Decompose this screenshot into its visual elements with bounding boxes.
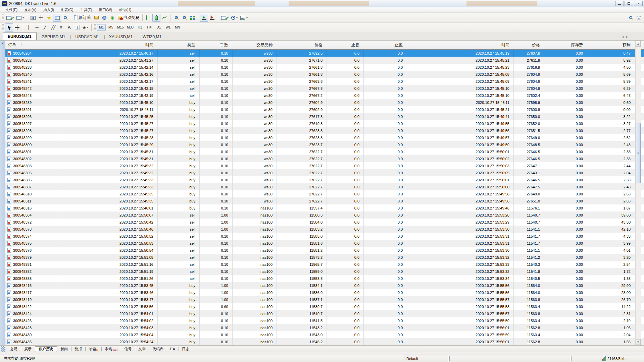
menu-item[interactable]: 文件(F) (2, 7, 21, 12)
chart-tab[interactable]: WTIZ0,M1 (138, 33, 166, 40)
new-chart-button[interactable]: +▾ (5, 14, 15, 22)
table-row[interactable]: 3005484162020.10.27 15:53:45buy1.00nas10… (0, 282, 644, 289)
table-row[interactable]: 3005483792020.10.27 15:51:08sell0.10nas1… (0, 254, 644, 261)
table-row[interactable]: 3005484242020.10.27 15:54:01buy0.10nas10… (0, 310, 644, 317)
timeframe-button-m1[interactable]: M1 (97, 24, 106, 31)
strategy-tester-button[interactable] (61, 14, 69, 22)
search-button[interactable] (627, 14, 635, 22)
terminal-tab[interactable]: 文章 (135, 346, 149, 352)
periods-button[interactable]: ▾ (230, 14, 239, 22)
tile-windows-button[interactable] (188, 14, 196, 22)
tab-scroll-arrows[interactable]: ◂▸ (622, 35, 631, 39)
table-row[interactable]: 3005483642020.10.27 15:50:07sell1.00nas1… (0, 212, 644, 219)
terminal-tab[interactable]: 展示 (21, 346, 35, 352)
horizontal-line-button[interactable]: ─ (33, 23, 41, 32)
text-label-button[interactable]: T (73, 23, 81, 32)
table-row[interactable]: 3005484222020.10.27 15:53:56buy0.60nas10… (0, 303, 644, 310)
market-watch-button[interactable] (29, 14, 37, 22)
table-row[interactable]: 3005482892020.10.27 15:45:10buy0.10ws302… (0, 99, 644, 106)
table-row[interactable]: 3005483112020.10.27 15:45:35buy0.10ws302… (0, 197, 644, 204)
data-window-button[interactable] (37, 14, 45, 22)
fibonacci-button[interactable]: ≡F (57, 23, 65, 32)
maximize-button[interactable] (625, 1, 633, 6)
table-row[interactable]: 3005483022020.10.27 15:45:31buy0.10ws302… (0, 155, 644, 162)
table-row[interactable]: 3005483752020.10.27 15:50:53sell0.10nas1… (0, 240, 644, 247)
table-row[interactable]: 3005483822020.10.27 15:51:19sell0.10nas1… (0, 268, 644, 275)
zoom-out-button[interactable]: − (180, 14, 188, 22)
vertical-scrollbar[interactable]: ▲ ▼ (635, 41, 641, 345)
profiles-button[interactable]: ▾ (15, 14, 25, 22)
menu-item[interactable]: 图表(C) (57, 7, 77, 12)
table-row[interactable]: 3005483032020.10.27 15:45:32buy0.10ws302… (0, 162, 644, 169)
terminal-button[interactable] (53, 14, 61, 22)
terminal-tab[interactable]: 账户历史 (35, 346, 57, 352)
table-row[interactable]: 3005484262020.10.27 15:54:02buy0.10nas10… (0, 317, 644, 324)
crosshair-button[interactable] (13, 23, 21, 32)
terminal-tab[interactable]: 日志 (179, 346, 193, 352)
table-row[interactable]: 3005483102020.10.27 15:45:35buy0.10ws302… (0, 190, 644, 197)
chart-tab[interactable]: USDCAD,M1 (70, 33, 104, 40)
table-row[interactable]: 3005482972020.10.27 15:45:27buy0.10ws302… (0, 120, 644, 127)
terminal-tab[interactable]: 警报 (71, 346, 85, 352)
table-row[interactable]: 3005484282020.10.27 15:54:03buy0.10nas10… (0, 324, 644, 331)
channel-button[interactable]: ╱╱ (49, 23, 57, 32)
chart-tab[interactable]: GBPUSD,M1 (37, 33, 70, 40)
table-row[interactable]: 3005484192020.10.27 15:53:47buy1.00nas10… (0, 296, 644, 303)
terminal-tab[interactable]: 交易 (7, 346, 21, 352)
scrollbar-thumb[interactable] (636, 123, 641, 183)
column-header[interactable]: 获利 (587, 41, 635, 49)
terminal-tab[interactable]: 代码库 (149, 346, 167, 352)
column-header[interactable]: 类型 (158, 41, 200, 49)
table-row[interactable]: 3005482042020.10.27 15:40:17sell0.10ws30… (0, 50, 644, 57)
arrows-button[interactable]: ◈▾ (81, 23, 90, 32)
column-header[interactable]: 价格 (277, 41, 327, 49)
terminal-tab[interactable]: 新闻 (57, 346, 71, 352)
menu-item[interactable]: 显示(V) (21, 7, 40, 12)
table-row[interactable]: 3005482432020.10.27 15:42:19sell0.10ws30… (0, 92, 644, 99)
timeframe-button-m15[interactable]: M15 (116, 24, 125, 31)
zoom-in-button[interactable]: + (172, 14, 180, 22)
table-row[interactable]: 3005483852020.10.27 15:51:26sell0.10nas1… (0, 275, 644, 282)
table-row[interactable]: 3005483162020.10.27 15:46:01buy0.10nas10… (0, 204, 644, 212)
table-row[interactable]: 3005483742020.10.27 15:50:52sell0.10nas1… (0, 233, 644, 240)
chart-shift-button[interactable] (208, 14, 216, 22)
menu-item[interactable]: 插入(I) (40, 7, 57, 12)
toolbar-grip[interactable] (94, 24, 96, 31)
timeframe-button-w1[interactable]: W1 (164, 24, 172, 31)
scrollbar-track[interactable] (636, 47, 641, 339)
timeframe-button-h4[interactable]: H4 (145, 24, 154, 31)
chart-tab[interactable]: EURUSD,M1 (3, 32, 37, 40)
table-row[interactable]: 3005482422020.10.27 15:42:18sell0.10ws30… (0, 85, 644, 92)
indicators-button[interactable]: +▾ (220, 14, 230, 22)
table-row[interactable]: 3005483052020.10.27 15:45:32buy0.10ws302… (0, 169, 644, 176)
terminal-tab[interactable]: 市场148 (101, 346, 121, 352)
column-header[interactable]: 时间 (62, 41, 158, 49)
new-order-button[interactable]: + 新订单 (73, 14, 92, 22)
column-header[interactable]: 价格 (514, 41, 544, 49)
timeframe-button-mn[interactable]: MN (173, 24, 182, 31)
table-row[interactable]: 3005483732020.10.27 15:50:46sell1.00nas1… (0, 226, 644, 233)
table-row[interactable]: 3005482982020.10.27 15:45:27buy0.10ws302… (0, 127, 644, 134)
table-row[interactable]: 3005484302020.10.27 15:54:04buy0.10nas10… (0, 331, 644, 338)
scroll-down-arrow[interactable]: ▼ (636, 339, 641, 345)
menu-item[interactable]: 窗口(W) (95, 7, 115, 12)
navigator-button[interactable]: ★ (45, 14, 53, 22)
table-row[interactable]: 3005483722020.10.27 15:50:42sell1.00nas1… (0, 219, 644, 226)
column-header[interactable]: 交易品种 (233, 41, 277, 49)
auto-scroll-button[interactable] (200, 14, 208, 22)
feedback-button[interactable] (635, 14, 643, 22)
toolbar-grip[interactable] (2, 24, 4, 31)
metaeditor-button[interactable] (92, 14, 100, 22)
table-row[interactable]: 3005482402020.10.27 15:42:16sell0.10ws30… (0, 71, 644, 78)
column-header[interactable]: 订单/ (0, 41, 62, 49)
toolbar-grip[interactable] (2, 14, 4, 21)
trendline-button[interactable]: ╱ (41, 23, 49, 32)
timeframe-button-m30[interactable]: M30 (126, 24, 135, 31)
table-row[interactable]: 3005483762020.10.27 15:50:54sell0.10nas1… (0, 247, 644, 254)
table-row[interactable]: 3005483812020.10.27 15:51:16sell0.10nas1… (0, 261, 644, 268)
vertical-line-button[interactable]: │ (25, 23, 33, 32)
line-chart-button[interactable] (160, 14, 168, 22)
chart-tab[interactable]: XAUUSD,M1 (104, 33, 138, 40)
timeframe-button-h1[interactable]: H1 (136, 24, 144, 31)
table-row[interactable]: 3005483012020.10.27 15:45:31buy0.10ws302… (0, 148, 644, 155)
